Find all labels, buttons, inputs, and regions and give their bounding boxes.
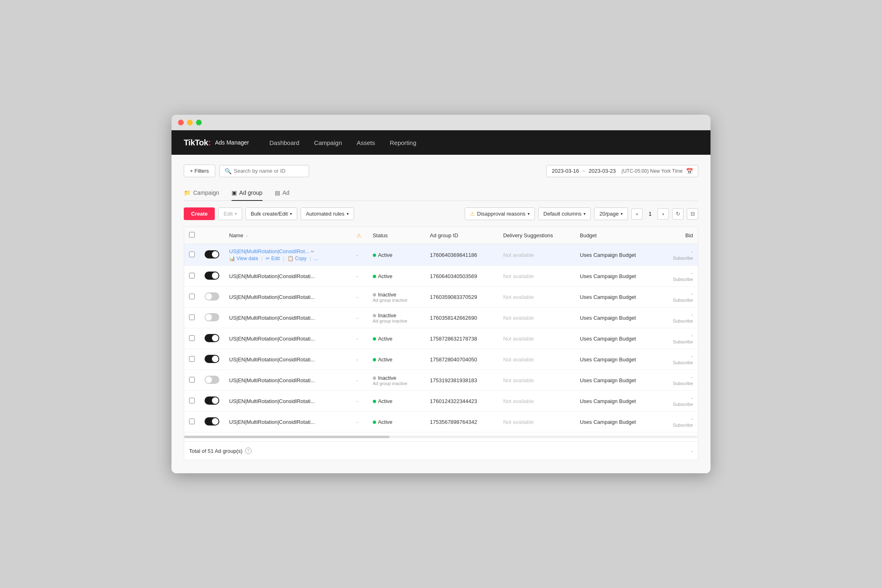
nav-reporting[interactable]: Reporting <box>390 139 416 146</box>
adgroup-id: 1753192381938183 <box>430 377 477 383</box>
status-sub: Ad group inactive <box>373 318 420 323</box>
delivery-text: Not available <box>503 377 534 383</box>
row-checkbox[interactable] <box>189 252 195 257</box>
subscribe-text[interactable]: Subscribe <box>673 298 693 303</box>
row-checkbox[interactable] <box>189 398 195 403</box>
edit-inline-icon[interactable]: ✏ <box>311 249 314 254</box>
row-checkbox[interactable] <box>189 294 195 299</box>
rules-label: Automated rules <box>306 211 345 217</box>
disapproval-button[interactable]: ⚠ Disapproval reasons ▾ <box>465 207 535 220</box>
row-toggle[interactable] <box>205 417 219 425</box>
export-button[interactable]: ⊟ <box>687 208 698 220</box>
bulk-chevron-icon: ▾ <box>290 212 292 216</box>
select-all-checkbox[interactable] <box>189 232 195 238</box>
row-toggle[interactable] <box>205 292 219 301</box>
next-page-button[interactable]: › <box>657 208 669 220</box>
row-checkbox[interactable] <box>189 377 195 383</box>
minimize-dot[interactable] <box>187 120 193 125</box>
row-toggle[interactable] <box>205 272 219 280</box>
ad-name-link[interactable]: US|EN|MultiRotation|ConsidlRot... ✏ <box>229 248 314 254</box>
nav-dashboard[interactable]: Dashboard <box>270 139 299 146</box>
date-tilde: ~ <box>582 168 586 174</box>
perpage-button[interactable]: 20/page ▾ <box>594 207 628 220</box>
warning-cell: - <box>356 419 358 425</box>
row-toggle[interactable] <box>205 355 219 363</box>
view-data-link[interactable]: 📊 View data <box>229 256 258 261</box>
subscribe-text[interactable]: Subscribe <box>673 381 693 386</box>
refresh-button[interactable]: ↻ <box>672 208 684 220</box>
close-dot[interactable] <box>178 120 184 125</box>
budget-text: Uses Campaign Budget <box>580 419 636 425</box>
more-link[interactable]: ... <box>314 256 318 261</box>
row-checkbox[interactable] <box>189 273 195 278</box>
delivery-text: Not available <box>503 294 534 300</box>
warning-cell: - <box>356 336 358 342</box>
row-toggle[interactable] <box>205 250 219 258</box>
status-dot <box>373 275 376 278</box>
status-text: Active <box>378 419 392 425</box>
subscribe-text[interactable]: Subscribe <box>673 339 693 344</box>
bid-dash: - <box>691 395 693 401</box>
warning-icon: ⚠ <box>470 211 475 217</box>
search-input[interactable] <box>234 168 304 174</box>
status-dot <box>373 400 376 403</box>
table-row: US|EN|MultiRotation|ConsidlRotati...-Act… <box>184 391 698 412</box>
scrollbar-track[interactable] <box>184 436 698 438</box>
perpage-label: 20/page <box>599 211 619 217</box>
nav-campaign[interactable]: Campaign <box>314 139 342 146</box>
columns-button[interactable]: Default columns ▾ <box>538 207 591 220</box>
row-toggle[interactable] <box>205 396 219 405</box>
maximize-dot[interactable] <box>196 120 202 125</box>
row-checkbox[interactable] <box>189 356 195 362</box>
row-checkbox[interactable] <box>189 419 195 424</box>
tab-ad[interactable]: ▤ Ad <box>275 185 290 201</box>
date-end: 2023-03-23 <box>588 168 616 174</box>
subscribe-text[interactable]: Subscribe <box>673 256 693 261</box>
warning-cell: - <box>356 398 358 404</box>
app-window: TikTok: Ads Manager Dashboard Campaign A… <box>172 115 710 473</box>
row-toggle[interactable] <box>205 313 219 321</box>
calendar-icon[interactable]: 📅 <box>686 168 693 174</box>
date-range[interactable]: 2023-03-16 ~ 2023-03-23 (UTC-05:00) New … <box>546 165 698 177</box>
th-status: Status <box>368 227 425 244</box>
subscribe-text[interactable]: Subscribe <box>673 402 693 407</box>
warning-cell: - <box>356 252 358 258</box>
adgroup-id: 1760359083370529 <box>430 294 477 300</box>
subscribe-text[interactable]: Subscribe <box>673 360 693 365</box>
row-toggle[interactable] <box>205 334 219 342</box>
row-toggle[interactable] <box>205 376 219 384</box>
rules-button[interactable]: Automated rules ▾ <box>301 207 354 220</box>
subscribe-text[interactable]: Subscribe <box>673 423 693 428</box>
nav-assets[interactable]: Assets <box>356 139 375 146</box>
status-text: Active <box>378 273 392 279</box>
subscribe-text[interactable]: Subscribe <box>673 318 693 323</box>
status-text: Active <box>378 252 392 258</box>
columns-label: Default columns <box>543 211 581 217</box>
subscribe-text[interactable]: Subscribe <box>673 277 693 282</box>
tab-adgroup[interactable]: ▣ Ad group <box>232 185 263 201</box>
budget-text: Uses Campaign Budget <box>580 377 636 383</box>
data-table: Name ↕ ⚠ Status Ad group ID Delivery Sug… <box>184 227 698 460</box>
bulk-button[interactable]: Bulk create/Edit ▾ <box>245 207 297 220</box>
scrollbar-thumb[interactable] <box>184 436 390 438</box>
prev-page-button[interactable]: ‹ <box>631 208 643 220</box>
table-row: US|EN|MultiRotation|ConsidlRot... ✏ 📊 Vi… <box>184 244 698 266</box>
logo: TikTok: Ads Manager <box>184 137 249 148</box>
titlebar <box>172 115 710 130</box>
row-actions: 📊 View data | ✏ Edit | 📋 Copy | ... <box>229 256 347 261</box>
edit-button[interactable]: Edit ▾ <box>218 207 242 220</box>
tab-campaign[interactable]: 📁 Campaign <box>184 185 219 201</box>
edit-link[interactable]: ✏ Edit <box>266 256 280 261</box>
perpage-chevron-icon: ▾ <box>621 212 623 216</box>
footer-bid-total: - <box>691 448 693 454</box>
name-sort-icon[interactable]: ↕ <box>246 234 248 238</box>
status-dot <box>373 358 376 361</box>
row-checkbox[interactable] <box>189 314 195 320</box>
left-actions: Create Edit ▾ Bulk create/Edit ▾ Automat… <box>184 207 354 220</box>
copy-link[interactable]: 📋 Copy <box>287 256 306 261</box>
filter-button[interactable]: + Filters <box>184 165 215 177</box>
row-checkbox[interactable] <box>189 335 195 341</box>
help-icon[interactable]: ? <box>245 448 252 454</box>
create-button[interactable]: Create <box>184 207 215 220</box>
adgroup-id: 1760124322344423 <box>430 398 477 404</box>
